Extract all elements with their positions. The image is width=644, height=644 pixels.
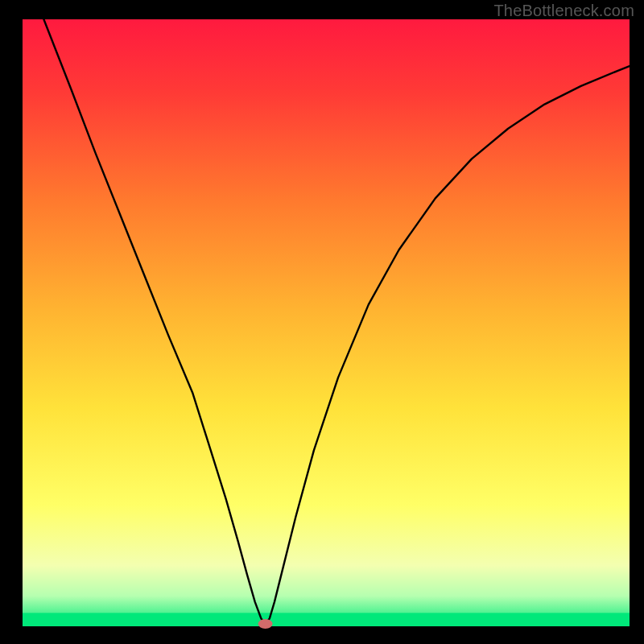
watermark-label: TheBottleneck.com bbox=[493, 2, 634, 20]
gradient-plot-area bbox=[23, 19, 630, 626]
optimal-point-marker bbox=[258, 619, 273, 629]
green-strip bbox=[23, 613, 630, 626]
chart-frame: { "watermark": "TheBottleneck.com", "cha… bbox=[0, 0, 644, 644]
bottleneck-chart bbox=[0, 0, 644, 644]
